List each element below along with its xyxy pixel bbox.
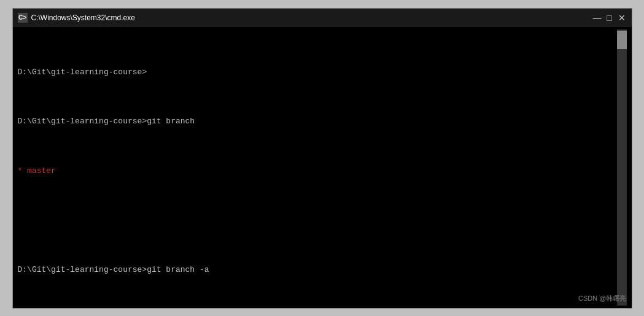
close-button[interactable]: ✕ [617,13,627,23]
maximize-button[interactable]: □ [605,13,615,23]
scrollbar-thumb[interactable] [617,31,627,49]
window-controls: — □ ✕ [592,13,627,23]
terminal-line [18,215,617,227]
titlebar-left: C> C:\Windows\System32\cmd.exe [18,13,135,23]
terminal-line: D:\Git\git-learning-course>git branch [18,115,617,128]
terminal-body: D:\Git\git-learning-course> D:\Git\git-l… [13,27,632,308]
terminal-line: D:\Git\git-learning-course> [18,66,617,79]
window-title: C:\Windows\System32\cmd.exe [31,13,135,22]
minimize-button[interactable]: — [592,13,602,23]
watermark: CSDN @韩曙亮 [578,294,626,303]
cmd-window: C> C:\Windows\System32\cmd.exe — □ ✕ D:\… [12,8,632,309]
titlebar: C> C:\Windows\System32\cmd.exe — □ ✕ [13,9,632,27]
terminal-line: * master [18,165,617,177]
cmd-icon: C> [18,13,28,23]
terminal-line: D:\Git\git-learning-course>git branch -a [18,264,617,276]
terminal-content[interactable]: D:\Git\git-learning-course> D:\Git\git-l… [18,29,617,306]
scrollbar[interactable] [617,29,627,306]
